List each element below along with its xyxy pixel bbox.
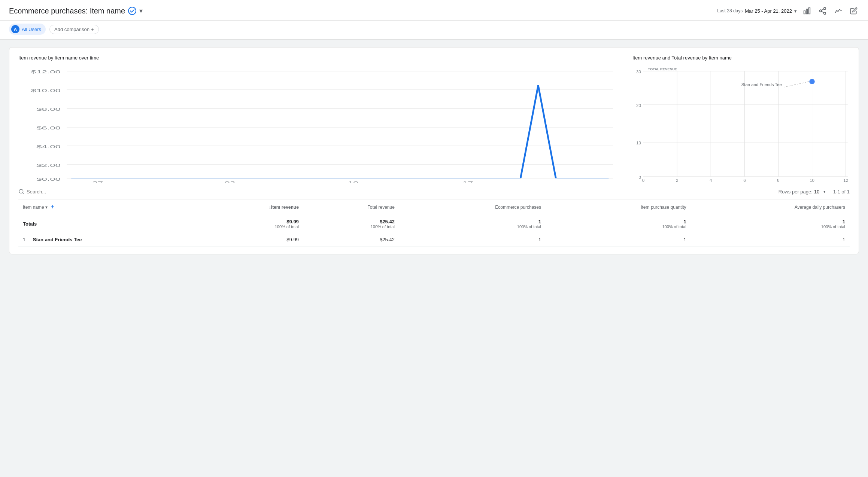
add-dimension-button[interactable]: + <box>50 203 55 211</box>
pagination-controls: Rows per page: 10 25 50 1-1 of 1 <box>779 189 850 195</box>
scatter-chart-section: Item revenue and Total revenue by Item n… <box>632 55 850 183</box>
col-header-ecommerce-purchases[interactable]: Ecommerce purchases <box>399 199 546 215</box>
row-ecommerce-purchases: 1 <box>399 233 546 247</box>
add-comparison-plus-icon: + <box>91 27 94 32</box>
svg-line-57 <box>22 193 24 194</box>
data-table: Item name ▾ + ↓Item revenue Total revenu… <box>18 199 850 247</box>
svg-text:17: 17 <box>462 181 473 183</box>
svg-text:10: 10 <box>348 181 359 183</box>
sparkline-button[interactable] <box>833 5 844 16</box>
totals-ecommerce-purchases: 1 100% of total <box>399 215 546 233</box>
subheader: A All Users Add comparison + <box>0 21 868 40</box>
row-avg-daily-purchasers: 1 <box>691 233 850 247</box>
status-icon <box>128 7 136 15</box>
pagination-text: 1-1 of 1 <box>833 189 850 195</box>
svg-text:2: 2 <box>676 178 678 183</box>
svg-text:$10.00: $10.00 <box>31 88 61 93</box>
svg-text:0: 0 <box>642 178 644 183</box>
col-header-total-revenue[interactable]: Total revenue <box>303 199 399 215</box>
svg-text:$0.00: $0.00 <box>36 177 61 181</box>
svg-text:30: 30 <box>636 70 641 74</box>
line-chart-section: Item revenue by Item name over time $12.… <box>18 55 617 183</box>
totals-item-purchase-quantity: 1 100% of total <box>546 215 691 233</box>
svg-text:10: 10 <box>636 141 641 145</box>
segment-avatar: A <box>11 25 19 33</box>
svg-text:Stan and Friends Tee: Stan and Friends Tee <box>741 82 782 87</box>
header: Ecommerce purchases: Item name ▾ Last 28… <box>0 0 868 21</box>
date-label: Last 28 days <box>717 8 743 13</box>
svg-text:0: 0 <box>638 175 641 180</box>
scatter-chart-area: 30 TOTAL REVENUE 20 10 0 0 2 4 6 <box>632 67 850 183</box>
share-button[interactable] <box>817 5 828 16</box>
header-left: Ecommerce purchases: Item name ▾ <box>9 7 143 15</box>
svg-text:$2.00: $2.00 <box>36 163 61 168</box>
col-header-avg-daily-purchasers[interactable]: Average daily purchasers <box>691 199 850 215</box>
table-controls: Rows per page: 10 25 50 1-1 of 1 <box>18 186 850 199</box>
svg-text:10: 10 <box>810 178 814 183</box>
bar-chart-button[interactable] <box>801 5 813 16</box>
totals-item-revenue: $9.99 100% of total <box>200 215 303 233</box>
svg-rect-3 <box>809 8 810 14</box>
svg-text:03: 03 <box>224 181 235 183</box>
svg-rect-2 <box>806 9 808 14</box>
row-item-purchase-quantity: 1 <box>546 233 691 247</box>
svg-text:6: 6 <box>743 178 746 183</box>
rows-per-page-selector[interactable]: 10 25 50 <box>814 189 826 195</box>
scatter-chart-title: Item revenue and Total revenue by Item n… <box>632 55 850 61</box>
search-box[interactable] <box>18 189 87 195</box>
rows-per-page-label: Rows per page: <box>779 189 813 195</box>
svg-line-54 <box>784 82 809 87</box>
svg-point-0 <box>128 7 136 15</box>
svg-text:$8.00: $8.00 <box>36 107 61 111</box>
line-chart-title: Item revenue by Item name over time <box>18 55 617 61</box>
svg-rect-1 <box>804 11 805 14</box>
charts-card: Item revenue by Item name over time $12.… <box>9 47 859 254</box>
svg-text:20: 20 <box>636 103 641 108</box>
col-header-item-purchase-quantity[interactable]: Item purchase quantity <box>546 199 691 215</box>
svg-text:$6.00: $6.00 <box>36 126 61 130</box>
title-dropdown-icon[interactable]: ▾ <box>139 7 143 15</box>
page-title: Ecommerce purchases: Item name <box>9 7 125 15</box>
charts-row: Item revenue by Item name over time $12.… <box>18 55 850 183</box>
totals-avg-daily-purchasers: 1 100% of total <box>691 215 850 233</box>
totals-row: Totals $9.99 100% of total $25.42 100% o… <box>18 215 850 233</box>
table-header-row: Item name ▾ + ↓Item revenue Total revenu… <box>18 199 850 215</box>
row-item-name: 1 Stan and Friends Tee <box>18 233 200 247</box>
totals-label: Totals <box>18 215 200 233</box>
main-content: Item revenue by Item name over time $12.… <box>0 40 868 268</box>
line-chart-area: $12.00 $10.00 $8.00 $6.00 $4.00 $2.00 $0… <box>18 67 617 183</box>
svg-line-7 <box>822 11 824 13</box>
table-row: 1 Stan and Friends Tee $9.99 $25.42 1 1 … <box>18 233 850 247</box>
add-comparison-button[interactable]: Add comparison + <box>49 25 99 34</box>
all-users-chip[interactable]: A All Users <box>9 24 46 35</box>
segment-label: All Users <box>22 27 41 32</box>
col-header-item-name[interactable]: Item name ▾ + <box>18 199 200 215</box>
date-dropdown-icon[interactable]: ▾ <box>794 8 797 14</box>
header-right: Last 28 days Mar 25 - Apr 21, 2022 ▾ <box>717 5 859 16</box>
edit-button[interactable] <box>849 6 859 16</box>
svg-text:4: 4 <box>710 178 712 183</box>
svg-text:27: 27 <box>92 181 103 183</box>
svg-text:TOTAL REVENUE: TOTAL REVENUE <box>648 67 677 71</box>
svg-text:$4.00: $4.00 <box>36 144 61 149</box>
row-total-revenue: $25.42 <box>303 233 399 247</box>
svg-line-8 <box>822 9 824 10</box>
rows-per-page-select[interactable]: 10 25 50 <box>814 189 826 195</box>
svg-text:$12.00: $12.00 <box>31 70 61 74</box>
totals-total-revenue: $25.42 100% of total <box>303 215 399 233</box>
date-value: Mar 25 - Apr 21, 2022 <box>745 8 792 14</box>
col-header-item-revenue[interactable]: ↓Item revenue <box>200 199 303 215</box>
svg-text:8: 8 <box>777 178 779 183</box>
date-range: Last 28 days Mar 25 - Apr 21, 2022 ▾ <box>717 8 797 14</box>
scatter-point[interactable] <box>809 79 815 84</box>
svg-text:12: 12 <box>843 178 848 183</box>
add-comparison-label: Add comparison <box>54 27 89 32</box>
search-input[interactable] <box>27 189 87 195</box>
table-section: Rows per page: 10 25 50 1-1 of 1 <box>18 186 850 247</box>
row-item-revenue: $9.99 <box>200 233 303 247</box>
